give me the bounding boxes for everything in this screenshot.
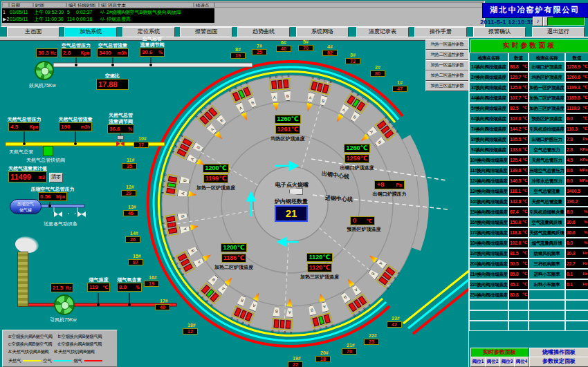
clear-total-button[interactable]: 清零 [49, 173, 63, 182]
nav-tab-7[interactable]: 操作手册 [414, 27, 467, 37]
settings-panel-button[interactable]: 参数设定面板 [529, 357, 588, 367]
preheat-zone-label: 预热区炉顶温度 [333, 226, 395, 233]
valve-marker-value: 80 [370, 70, 385, 77]
alarm-cell[interactable]: 上午 09:52:39 [34, 9, 67, 15]
valve-marker-value: 25 [252, 49, 267, 55]
panel-name-cell: 出钢口炉顶温度 [529, 62, 565, 72]
hmi-heating-system-screen: 101/05/11上午 09:52:3950:02:37+/-2#烧嘴A侧空气B… [0, 0, 588, 367]
panel-name-cell: 3#换向阀排烟温度 [469, 82, 508, 93]
alarm-sound-on-icon[interactable]: ♪ [533, 17, 543, 26]
zone-pv-display: 1259℃ [344, 154, 369, 163]
flue-gas-temp-display: 119℃ [87, 283, 110, 292]
legend-row: a:空烟换向阀A侧空气阀b:空烟换向阀B侧烟气阀 [8, 334, 122, 340]
nav-tab-3[interactable]: 报警画面 [180, 27, 232, 37]
alarm-cell[interactable]: 5 [67, 9, 76, 15]
alarm-cell[interactable]: 01/05/11 [10, 9, 34, 15]
panel-name-cell: 21#换向阀排烟温度 [469, 269, 508, 279]
valve-marker-value: 19 [144, 281, 159, 287]
flame-icon [286, 298, 293, 307]
panel-name-cell: 加热二区炉顶温度 [529, 93, 565, 103]
panel-value-cell [508, 300, 529, 310]
alarm-cell[interactable]: 01/05/11 [10, 16, 34, 22]
valve-position-button-3[interactable]: 阀位3 [499, 357, 515, 367]
alarm-rows-area[interactable]: 101/05/11上午 09:52:3950:02:37+/-2#烧嘴A侧空气B… [2, 8, 214, 23]
panel-value-cell: 0.0MPa [565, 176, 588, 186]
to-pneumatic-label: 送至各气动设备 [44, 220, 77, 227]
panel-value-cell: 107.0℃ [508, 113, 529, 124]
nav-tab-8[interactable]: 报警确认 [473, 27, 526, 37]
panel-value-cell: 118.8℃ [508, 227, 529, 238]
alarm-cell[interactable]: +/- [100, 9, 107, 15]
panel-name-cell: 19#换向阀排烟温度 [469, 248, 508, 258]
panel-value-cell: 144.2℃ [508, 124, 529, 134]
zone-param-button-3[interactable]: 加热二区温控参数 [425, 70, 469, 81]
panel-name-cell [469, 310, 508, 321]
flame-icon [273, 102, 279, 111]
nav-tab-9[interactable]: 退出运行 [532, 27, 585, 37]
smoke-icon [15, 236, 39, 253]
panel-name-cell: 1#换向阀排烟温度 [469, 62, 508, 72]
panel-value-cell: 67.4℃ [508, 207, 529, 217]
panel-name-cell: 冷却水总管压力 [529, 176, 565, 186]
burner-group: adcbAB [269, 294, 297, 334]
alarm-cell[interactable]: 0:00:16 [76, 16, 100, 22]
panel-value-cell [565, 290, 588, 300]
panel-value-cell: 190.2 [565, 196, 588, 207]
valve-position-button-2[interactable]: 阀位2 [485, 357, 500, 367]
gas-quick-valve-label: 天然气总管快切阀 [26, 157, 65, 164]
valve-marker-value: 42 [387, 321, 402, 328]
alarm-cell[interactable]: 0:02:37 [76, 9, 100, 15]
valve-marker-id: 15# [133, 254, 141, 258]
realtime-panel-button[interactable]: 实时参数面板 [470, 348, 529, 357]
nav-tab-5[interactable]: 系统网络 [296, 27, 349, 37]
burner-cone: A [179, 224, 191, 234]
nav-tab-0[interactable]: 主画面 [7, 27, 59, 37]
alarm-cell[interactable]: 2#烧嘴A侧空气B侧烟气换向阀故障 [107, 9, 214, 15]
panel-name-cell: 天然气总管压力 [529, 155, 565, 165]
alarm-cell[interactable]: 114 [67, 16, 76, 22]
alarm-cell[interactable]: ▶2 [3, 16, 10, 22]
valve-marker-id: 7# [257, 44, 262, 48]
panel-value-cell: 45.1℃ [508, 279, 529, 290]
panel-name-cell: 三杆机构频率 [529, 258, 565, 269]
panel-value-cell [565, 321, 588, 331]
air-flow-valve-display: 30.6% [140, 48, 165, 57]
panel-value-cell: 3400.5 [565, 186, 588, 196]
valve-marker-id: 18# [187, 323, 196, 328]
burner-cone: B [186, 244, 199, 257]
gas-quick-valve-icon[interactable] [43, 146, 53, 156]
panel-col-header: 检测点名称 [529, 53, 565, 62]
gas-flow-valve-display: 36.6% [107, 124, 134, 133]
legend-row: c:空烟换向阀B侧空气阀d:空烟换向阀A侧烟气阀 [8, 341, 122, 348]
nav-tab-4[interactable]: 趋势曲线 [237, 27, 290, 37]
panel-value-cell: 133.0℃ [508, 144, 529, 155]
burner-cone: A [270, 91, 279, 102]
flue-gas-oxygen-display: 8.0% [117, 283, 142, 292]
nav-tab-6[interactable]: 温度记录表 [356, 27, 409, 37]
burner-panel-button[interactable]: 烧嘴操作面板 [529, 348, 588, 357]
flame-icon [188, 191, 197, 198]
zone-param-button-1[interactable]: 均热二区温控参数 [425, 50, 469, 60]
panel-value-cell: 125.0℃ [508, 82, 529, 93]
valve-marker-value: 12 [183, 328, 198, 335]
zone-param-button-0[interactable]: 均热一区温控参数 [425, 39, 469, 50]
zone-pv-display: 1199℃ [203, 174, 228, 183]
alarm-cell[interactable]: 上午 11:00:30 [34, 16, 67, 22]
flue-pipe [27, 303, 55, 306]
panel-value-cell: 36.6% [565, 227, 588, 238]
panel-value-cell: 1258.9℃ [565, 62, 588, 72]
nav-tab-1[interactable]: 加热系统 [64, 27, 117, 37]
panel-value-cell: 8.0% [565, 207, 588, 217]
zone-param-button-4[interactable]: 加热三区温控参数 [425, 81, 469, 91]
panel-value-cell [508, 321, 529, 331]
zone-param-button-2[interactable]: 加热一区温控参数 [425, 60, 469, 70]
blower-fan-icon [35, 61, 54, 80]
air-fuel-ratio-display: 17.88 [96, 79, 129, 90]
valve-marker-id: 12# [126, 185, 134, 189]
alarm-cell[interactable]: +/- [100, 16, 107, 22]
valve-marker-value: 23 [364, 339, 379, 345]
alarm-cell[interactable]: 排烟温度高 [107, 16, 214, 22]
alarm-cell[interactable]: 1 [3, 9, 10, 15]
valve-position-button-1[interactable]: 阀位1 [470, 357, 486, 367]
valve-position-button-4[interactable]: 阀位4 [514, 357, 529, 367]
